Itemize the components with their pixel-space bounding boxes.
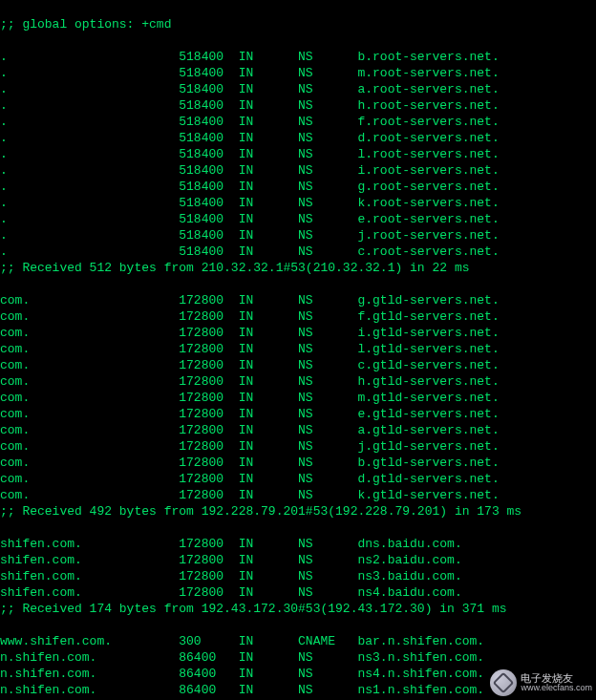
dns-record-line: . 518400 IN NS j.root-servers.net.	[0, 227, 596, 244]
dns-record-line: . 518400 IN NS a.root-servers.net.	[0, 81, 596, 97]
dns-record-line: . 518400 IN NS f.root-servers.net.	[0, 114, 596, 130]
dns-record-line: com. 172800 IN NS f.gtld-servers.net.	[0, 308, 596, 325]
dns-status-line: ;; Received 174 bytes from 192.43.172.30…	[0, 601, 596, 617]
dns-record-line: . 518400 IN NS i.root-servers.net.	[0, 162, 596, 179]
dns-record-line: . 518400 IN NS k.root-servers.net.	[0, 195, 596, 211]
dns-status-line: ;; Received 512 bytes from 210.32.32.1#5…	[0, 260, 596, 276]
dns-record-line: com. 172800 IN NS j.gtld-servers.net.	[0, 438, 596, 455]
watermark-text-url: www.elecfans.com	[521, 684, 592, 693]
dns-record-line: . 518400 IN NS h.root-servers.net.	[0, 97, 596, 114]
blank-line	[0, 276, 596, 292]
dns-record-line: com. 172800 IN NS d.gtld-servers.net.	[0, 471, 596, 487]
dns-record-line: shifen.com. 172800 IN NS dns.baidu.com.	[0, 536, 596, 552]
dns-record-line: com. 172800 IN NS l.gtld-servers.net.	[0, 341, 596, 357]
blank-line	[0, 520, 596, 536]
dns-record-line: . 518400 IN NS b.root-servers.net.	[0, 49, 596, 65]
blank-line	[0, 617, 596, 633]
dns-record-line: . 518400 IN NS e.root-servers.net.	[0, 211, 596, 227]
dns-record-line: com. 172800 IN NS h.gtld-servers.net.	[0, 373, 596, 390]
dns-record-line: . 518400 IN NS d.root-servers.net.	[0, 130, 596, 146]
dns-record-line: com. 172800 IN NS a.gtld-servers.net.	[0, 422, 596, 438]
dns-record-line: com. 172800 IN NS b.gtld-servers.net.	[0, 455, 596, 471]
watermark-logo-icon	[490, 669, 517, 696]
dns-record-line: . 518400 IN NS m.root-servers.net.	[0, 65, 596, 81]
dns-record-line: com. 172800 IN NS g.gtld-servers.net.	[0, 292, 596, 308]
dns-record-line: com. 172800 IN NS i.gtld-servers.net.	[0, 325, 596, 341]
dns-record-line: . 518400 IN NS g.root-servers.net.	[0, 179, 596, 195]
dns-record-line: com. 172800 IN NS c.gtld-servers.net.	[0, 357, 596, 373]
dns-blocks: . 518400 IN NS b.root-servers.net.. 5184…	[0, 49, 596, 700]
dns-status-line: ;; Received 492 bytes from 192.228.79.20…	[0, 503, 596, 520]
dns-record-line: com. 172800 IN NS m.gtld-servers.net.	[0, 390, 596, 406]
dns-record-line: shifen.com. 172800 IN NS ns2.baidu.com.	[0, 552, 596, 568]
dns-record-line: n.shifen.com. 86400 IN NS ns3.n.shifen.c…	[0, 649, 596, 666]
watermark: 电子发烧友 www.elecfans.com	[490, 669, 592, 696]
dns-record-line: . 518400 IN NS l.root-servers.net.	[0, 146, 596, 162]
dns-record-line: shifen.com. 172800 IN NS ns3.baidu.com.	[0, 568, 596, 584]
terminal-output: ;; global options: +cmd . 518400 IN NS b…	[0, 0, 596, 700]
dns-record-line: . 518400 IN NS c.root-servers.net.	[0, 244, 596, 260]
dns-record-line: com. 172800 IN NS e.gtld-servers.net.	[0, 406, 596, 422]
dns-record-line: shifen.com. 172800 IN NS ns4.baidu.com.	[0, 584, 596, 601]
dns-record-line: com. 172800 IN NS k.gtld-servers.net.	[0, 487, 596, 503]
dns-record-line: www.shifen.com. 300 IN CNAME bar.n.shife…	[0, 633, 596, 649]
global-options-line: ;; global options: +cmd	[0, 16, 596, 32]
